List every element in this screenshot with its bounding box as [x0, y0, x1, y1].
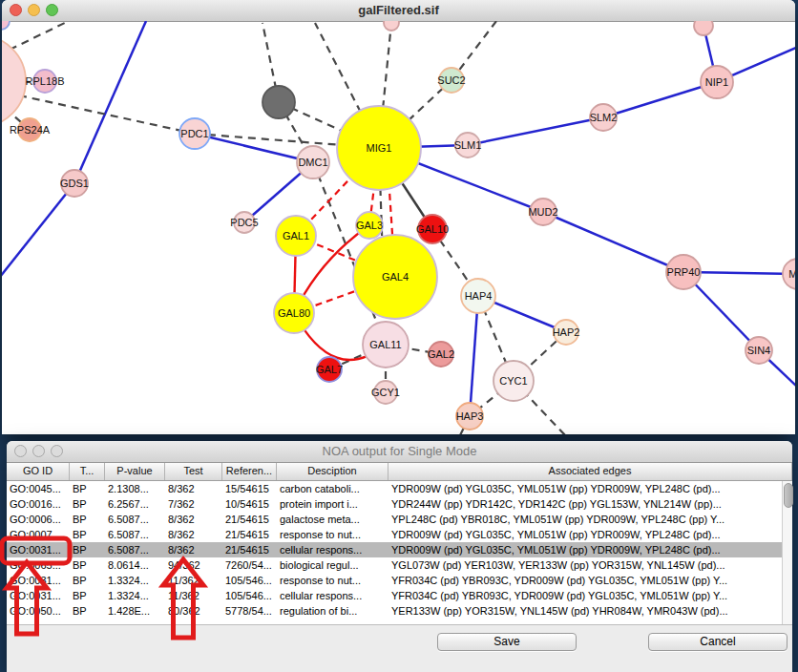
network-window-title: galFiltered.sif: [2, 0, 795, 21]
network-edge-pp[interactable]: [2, 183, 74, 277]
cell-6-4[interactable]: 105/546...: [222, 573, 277, 588]
network-edge-pp[interactable]: [74, 21, 146, 183]
cell-7-6[interactable]: YFR034C (pd) YBR093C, YDR009W (pd) YGL03…: [388, 588, 792, 603]
cell-6-3[interactable]: 11/362: [165, 573, 222, 588]
cell-0-2[interactable]: 2.1308...: [105, 481, 165, 496]
network-node-gray-node[interactable]: [262, 86, 295, 118]
table-row-2[interactable]: GO:0006...BP6.5087...8/36221/54615galact…: [7, 512, 792, 527]
cell-8-2[interactable]: 1.428E...: [105, 603, 165, 619]
cell-4-0[interactable]: GO:0031...: [7, 542, 70, 557]
network-edge-pp[interactable]: [468, 117, 603, 145]
cell-4-2[interactable]: 6.5087...: [105, 542, 165, 557]
cell-8-3[interactable]: 80/362: [165, 603, 222, 619]
cell-7-0[interactable]: GO:0031...: [7, 588, 70, 603]
table-row-5[interactable]: GO:0065...BP8.0614...94/3627260/54...bio…: [7, 557, 792, 573]
cell-7-2[interactable]: 1.3324...: [105, 588, 165, 603]
cell-0-3[interactable]: 8/362: [165, 481, 222, 496]
cell-3-4[interactable]: 21/54615: [222, 527, 277, 542]
cell-5-1[interactable]: BP: [70, 557, 105, 573]
network-canvas[interactable]: RPL18BRPS24AGDS1PDC1DMC1SUC2MIG1SLM1SLM2…: [2, 21, 795, 434]
network-edge-pp[interactable]: [470, 296, 478, 416]
cell-2-1[interactable]: BP: [70, 512, 105, 527]
cell-4-4[interactable]: 21/54615: [222, 542, 277, 557]
cell-7-4[interactable]: 105/546...: [222, 588, 277, 603]
network-node-top-node-2[interactable]: [694, 21, 713, 35]
table-row-8[interactable]: GO:0050...BP1.428E...80/3625778/54...reg…: [7, 603, 792, 619]
cell-6-6[interactable]: YFR034C (pd) YBR093C, YDR009W (pd) YGL03…: [388, 573, 792, 588]
cell-0-4[interactable]: 15/54615: [222, 481, 277, 496]
table-row-0[interactable]: GO:0045...BP2.1308...8/36215/54615carbon…: [7, 481, 792, 496]
cell-3-5[interactable]: response to nut...: [277, 527, 388, 542]
cell-7-1[interactable]: BP: [70, 588, 105, 603]
network-window-titlebar[interactable]: galFiltered.sif: [2, 0, 795, 22]
cell-0-6[interactable]: YDR009W (pd) YGL035C, YML051W (pp) YDR00…: [388, 481, 792, 496]
column-header-0[interactable]: GO ID: [7, 463, 70, 480]
network-window: galFiltered.sif RPL18BRPS24AGDS1PDC1DMC1…: [2, 0, 795, 434]
column-header-1[interactable]: T...: [70, 463, 105, 480]
save-button[interactable]: Save: [437, 633, 577, 651]
column-header-4[interactable]: Referen...: [222, 463, 277, 480]
cell-3-2[interactable]: 6.5087...: [105, 527, 165, 542]
cell-8-6[interactable]: YER133W (pp) YOR315W, YNL145W (pd) YHR08…: [388, 603, 792, 619]
network-node-top-node-1[interactable]: [384, 21, 399, 31]
network-node-corner-node[interactable]: [2, 21, 10, 30]
cell-2-4[interactable]: 21/54615: [222, 512, 277, 527]
cell-5-2[interactable]: 8.0614...: [105, 557, 165, 573]
cell-5-5[interactable]: biological regul...: [277, 557, 388, 573]
noa-window-titlebar[interactable]: NOA output for Single Mode: [7, 441, 792, 463]
table-row-1[interactable]: GO:0016...BP6.2567...7/36210/54615protei…: [7, 496, 792, 512]
table-row-7[interactable]: GO:0031...BP1.3324...11/362105/546...cel…: [7, 588, 792, 603]
cell-0-0[interactable]: GO:0045...: [7, 481, 70, 496]
cell-4-6[interactable]: YDR009W (pd) YGL035C, YML051W (pp) YDR00…: [388, 542, 792, 557]
cell-1-1[interactable]: BP: [70, 496, 105, 512]
cell-8-5[interactable]: regulation of bi...: [277, 603, 388, 619]
cancel-button[interactable]: Cancel: [648, 633, 788, 651]
column-header-5[interactable]: Desciption: [277, 463, 388, 480]
cell-2-5[interactable]: galactose meta...: [277, 512, 388, 527]
cell-1-0[interactable]: GO:0016...: [7, 496, 70, 512]
cell-7-5[interactable]: cellular respons...: [277, 588, 388, 603]
network-node-big-left-node[interactable]: [2, 35, 26, 127]
cell-2-6[interactable]: YPL248C (pd) YBR018C, YML051W (pp) YDR00…: [388, 512, 792, 527]
cell-6-0[interactable]: GO:0031...: [7, 573, 70, 588]
cell-2-0[interactable]: GO:0006...: [7, 512, 70, 527]
cell-7-3[interactable]: 11/362: [165, 588, 222, 603]
table-row-3[interactable]: GO:0007...BP6.5087...8/36221/54615respon…: [7, 527, 792, 542]
network-edge-pp[interactable]: [603, 82, 717, 117]
cell-0-5[interactable]: carbon cataboli...: [277, 481, 388, 496]
cell-1-5[interactable]: protein import i...: [277, 496, 388, 512]
cell-5-6[interactable]: YGL073W (pd) YER103W, YER133W (pp) YOR31…: [388, 557, 792, 573]
column-header-3[interactable]: Test: [165, 463, 222, 480]
network-edge-pd[interactable]: [10, 21, 69, 50]
cell-4-5[interactable]: cellular respons...: [277, 542, 388, 557]
cell-5-4[interactable]: 7260/54...: [222, 557, 277, 573]
cell-0-1[interactable]: BP: [70, 481, 105, 496]
cell-3-0[interactable]: GO:0007...: [7, 527, 70, 542]
cell-5-0[interactable]: GO:0065...: [7, 557, 70, 573]
table-row-6[interactable]: GO:0031...BP1.3324...11/362105/546...res…: [7, 573, 792, 588]
cell-4-1[interactable]: BP: [70, 542, 105, 557]
cell-8-1[interactable]: BP: [70, 603, 105, 619]
cell-3-3[interactable]: 8/362: [165, 527, 222, 542]
table-row-4[interactable]: GO:0031...BP6.5087...8/36221/54615cellul…: [7, 542, 792, 557]
column-header-2[interactable]: P-value: [105, 463, 165, 480]
cell-2-3[interactable]: 8/362: [165, 512, 222, 527]
cell-6-1[interactable]: BP: [70, 573, 105, 588]
cell-4-3[interactable]: 8/362: [165, 542, 222, 557]
cell-8-0[interactable]: GO:0050...: [7, 603, 70, 619]
vertical-scrollbar[interactable]: [782, 481, 792, 624]
cell-5-3[interactable]: 94/362: [165, 557, 222, 573]
cell-1-2[interactable]: 6.2567...: [105, 496, 165, 512]
cell-1-6[interactable]: YDR244W (pp) YDR142C, YDR142C (pp) YGL15…: [388, 496, 792, 512]
cell-1-3[interactable]: 7/362: [165, 496, 222, 512]
cell-2-2[interactable]: 6.5087...: [105, 512, 165, 527]
column-header-6[interactable]: Associated edges: [388, 463, 792, 480]
cell-6-2[interactable]: 1.3324...: [105, 573, 165, 588]
cell-3-1[interactable]: BP: [70, 527, 105, 542]
cell-3-6[interactable]: YDR009W (pd) YGL035C, YML051W (pp) YDR00…: [388, 527, 792, 542]
cell-6-5[interactable]: response to nut...: [277, 573, 388, 588]
cell-1-4[interactable]: 10/54615: [222, 496, 277, 512]
cell-8-4[interactable]: 5778/54...: [222, 603, 277, 619]
scrollbar-thumb[interactable]: [784, 483, 793, 508]
network-edge-pp[interactable]: [543, 212, 683, 272]
